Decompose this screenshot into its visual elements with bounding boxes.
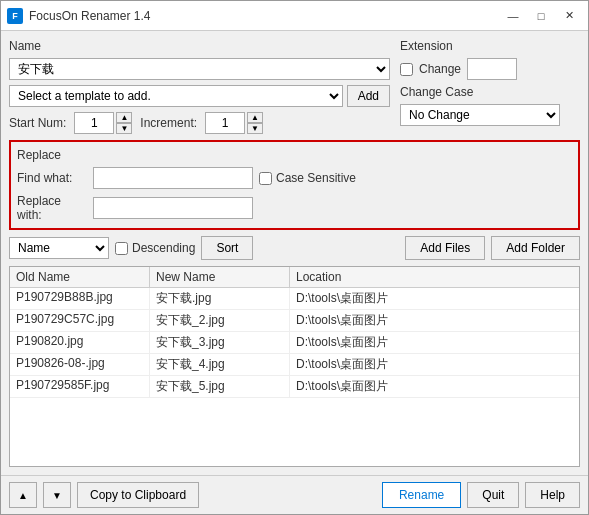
num-row: Start Num: 1 ▲ ▼ Increment: 1 ▲ ▼ xyxy=(9,112,390,134)
replace-with-label: Replace with: xyxy=(17,194,87,222)
old-name-cell: P190820.jpg xyxy=(10,332,150,353)
window-title: FocusOn Renamer 1.4 xyxy=(29,9,500,23)
old-name-cell: P190729B88B.jpg xyxy=(10,288,150,309)
file-table: 安下载 anxz.com Old Name New Name Location … xyxy=(9,266,580,467)
old-name-cell: P190826-08-.jpg xyxy=(10,354,150,375)
window-controls: — □ ✕ xyxy=(500,6,582,26)
change-case-label: Change Case xyxy=(400,85,580,99)
add-template-button[interactable]: Add xyxy=(347,85,390,107)
descending-group: Descending xyxy=(115,241,195,255)
title-bar: F FocusOn Renamer 1.4 — □ ✕ xyxy=(1,1,588,31)
add-folder-button[interactable]: Add Folder xyxy=(491,236,580,260)
start-num-label: Start Num: xyxy=(9,116,66,130)
minimize-button[interactable]: — xyxy=(500,6,526,26)
table-row[interactable]: P190820.jpg 安下载_3.jpg D:\tools\桌面图片 xyxy=(10,332,579,354)
location-cell: D:\tools\桌面图片 xyxy=(290,310,579,331)
rename-button[interactable]: Rename xyxy=(382,482,461,508)
descending-checkbox[interactable] xyxy=(115,242,128,255)
right-column: Extension Change jpg Change Case No Chan… xyxy=(400,39,580,134)
table-row[interactable]: P190729585F.jpg 安下载_5.jpg D:\tools\桌面图片 xyxy=(10,376,579,398)
extension-change-label: Change xyxy=(419,62,461,76)
bottom-bar: ▲ ▼ Copy to Clipboard Rename Quit Help xyxy=(1,475,588,514)
name-label: Name xyxy=(9,39,390,53)
increment-label: Increment: xyxy=(140,116,197,130)
change-case-dropdown[interactable]: No Change Uppercase Lowercase Title Case xyxy=(400,104,560,126)
descending-label: Descending xyxy=(132,241,195,255)
find-row: Find what: Case Sensitive xyxy=(17,167,572,189)
new-name-cell: 安下载.jpg xyxy=(150,288,290,309)
location-cell: D:\tools\桌面图片 xyxy=(290,332,579,353)
old-name-cell: P190729C57C.jpg xyxy=(10,310,150,331)
extension-change-checkbox[interactable] xyxy=(400,63,413,76)
help-button[interactable]: Help xyxy=(525,482,580,508)
replace-section: Replace Find what: Case Sensitive Replac… xyxy=(9,140,580,230)
increment-spinner-btns: ▲ ▼ xyxy=(247,112,263,134)
col-location: Location xyxy=(290,267,579,287)
move-down-button[interactable]: ▼ xyxy=(43,482,71,508)
extension-label: Extension xyxy=(400,39,580,53)
start-num-input[interactable]: 1 xyxy=(74,112,114,134)
top-section: Name 安下载 Select a template to add. Add S… xyxy=(9,39,580,134)
increment-spinner: 1 ▲ ▼ xyxy=(205,112,263,134)
start-num-spinner-btns: ▲ ▼ xyxy=(116,112,132,134)
copy-to-clipboard-button[interactable]: Copy to Clipboard xyxy=(77,482,199,508)
location-cell: D:\tools\桌面图片 xyxy=(290,288,579,309)
start-num-spinner: 1 ▲ ▼ xyxy=(74,112,132,134)
sort-row: Name Date Size Extension Descending Sort… xyxy=(9,236,580,260)
add-files-button[interactable]: Add Files xyxy=(405,236,485,260)
col-new-name: New Name xyxy=(150,267,290,287)
table-body: P190729B88B.jpg 安下载.jpg D:\tools\桌面图片 P1… xyxy=(10,288,579,398)
table-header: Old Name New Name Location xyxy=(10,267,579,288)
main-content: Name 安下载 Select a template to add. Add S… xyxy=(1,31,588,475)
template-dropdown[interactable]: Select a template to add. xyxy=(9,85,343,107)
old-name-cell: P190729585F.jpg xyxy=(10,376,150,397)
move-up-button[interactable]: ▲ xyxy=(9,482,37,508)
left-column: Name 安下载 Select a template to add. Add S… xyxy=(9,39,390,134)
find-label: Find what: xyxy=(17,171,87,185)
new-name-cell: 安下载_2.jpg xyxy=(150,310,290,331)
location-cell: D:\tools\桌面图片 xyxy=(290,354,579,375)
increment-down-btn[interactable]: ▼ xyxy=(247,123,263,134)
sort-dropdown[interactable]: Name Date Size Extension xyxy=(9,237,109,259)
template-row: Select a template to add. Add xyxy=(9,85,390,107)
table-row[interactable]: P190826-08-.jpg 安下载_4.jpg D:\tools\桌面图片 xyxy=(10,354,579,376)
close-button[interactable]: ✕ xyxy=(556,6,582,26)
col-old-name: Old Name xyxy=(10,267,150,287)
new-name-cell: 安下载_3.jpg xyxy=(150,332,290,353)
case-sensitive-label: Case Sensitive xyxy=(276,171,356,185)
case-sensitive-group: Case Sensitive xyxy=(259,171,356,185)
find-input[interactable] xyxy=(93,167,253,189)
replace-with-input[interactable] xyxy=(93,197,253,219)
start-num-up-btn[interactable]: ▲ xyxy=(116,112,132,123)
replace-row: Replace with: xyxy=(17,194,572,222)
new-name-cell: 安下载_5.jpg xyxy=(150,376,290,397)
name-dropdown[interactable]: 安下载 xyxy=(9,58,390,80)
replace-title: Replace xyxy=(17,148,572,162)
quit-button[interactable]: Quit xyxy=(467,482,519,508)
location-cell: D:\tools\桌面图片 xyxy=(290,376,579,397)
sort-button[interactable]: Sort xyxy=(201,236,253,260)
maximize-button[interactable]: □ xyxy=(528,6,554,26)
extension-input[interactable]: jpg xyxy=(467,58,517,80)
increment-input[interactable]: 1 xyxy=(205,112,245,134)
new-name-cell: 安下载_4.jpg xyxy=(150,354,290,375)
table-row[interactable]: P190729C57C.jpg 安下载_2.jpg D:\tools\桌面图片 xyxy=(10,310,579,332)
start-num-down-btn[interactable]: ▼ xyxy=(116,123,132,134)
increment-up-btn[interactable]: ▲ xyxy=(247,112,263,123)
extension-row: Change jpg xyxy=(400,58,580,80)
table-row[interactable]: P190729B88B.jpg 安下载.jpg D:\tools\桌面图片 xyxy=(10,288,579,310)
case-sensitive-checkbox[interactable] xyxy=(259,172,272,185)
app-window: F FocusOn Renamer 1.4 — □ ✕ Name 安下载 Sel… xyxy=(0,0,589,515)
app-icon: F xyxy=(7,8,23,24)
